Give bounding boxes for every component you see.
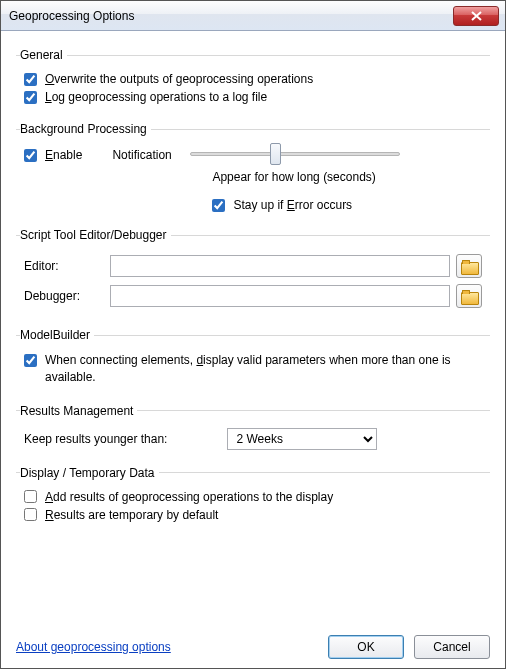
temp-results-label[interactable]: Results are temporary by default [24,508,218,522]
about-link[interactable]: About geoprocessing options [16,640,171,654]
notification-slider[interactable] [190,144,400,164]
enable-text: Enable [45,148,82,162]
group-script-tool: Script Tool Editor/Debugger Editor: Debu… [16,228,490,320]
stay-error-label[interactable]: Stay up if Error occurs [212,198,482,212]
legend-model: ModelBuilder [20,328,94,342]
temp-results-text: Results are temporary by default [45,508,218,522]
model-connect-checkbox[interactable] [24,354,37,367]
overwrite-checkbox-label[interactable]: Overwrite the outputs of geoprocessing o… [24,72,313,86]
log-checkbox-label[interactable]: Log geoprocessing operations to a log fi… [24,90,267,104]
model-connect-text: When connecting elements, display valid … [45,352,465,386]
keep-results-select[interactable]: 2 Weeks [227,428,377,450]
stay-error-text: Stay up if Error occurs [233,198,352,212]
window-title: Geoprocessing Options [9,9,453,23]
titlebar: Geoprocessing Options [1,1,505,31]
group-results-management: Results Management Keep results younger … [16,404,490,458]
editor-browse-button[interactable] [456,254,482,278]
group-general: General Overwrite the outputs of geoproc… [16,48,490,114]
add-results-text: Add results of geoprocessing operations … [45,490,333,504]
model-connect-label[interactable]: When connecting elements, display valid … [24,352,465,386]
debugger-browse-button[interactable] [456,284,482,308]
keep-results-label: Keep results younger than: [24,432,167,446]
add-results-checkbox[interactable] [24,490,37,503]
cancel-button[interactable]: Cancel [414,635,490,659]
legend-general: General [20,48,67,62]
overwrite-checkbox[interactable] [24,73,37,86]
stay-error-checkbox[interactable] [212,199,225,212]
ok-button[interactable]: OK [328,635,404,659]
dialog-footer: About geoprocessing options OK Cancel [16,627,490,659]
notification-label: Notification [112,148,171,162]
legend-bg: Background Processing [20,122,151,136]
close-button[interactable] [453,6,499,26]
group-background-processing: Background Processing Enable Notificatio… [16,122,490,220]
add-results-label[interactable]: Add results of geoprocessing operations … [24,490,333,504]
group-display-temp: Display / Temporary Data Add results of … [16,466,490,532]
folder-icon [461,290,477,303]
enable-checkbox-label[interactable]: Enable [24,148,82,162]
group-modelbuilder: ModelBuilder When connecting elements, d… [16,328,490,396]
log-checkbox[interactable] [24,91,37,104]
legend-script: Script Tool Editor/Debugger [20,228,171,242]
folder-icon [461,260,477,273]
debugger-label: Debugger: [24,289,104,303]
dialog-content: General Overwrite the outputs of geoproc… [1,31,505,668]
log-text: Log geoprocessing operations to a log fi… [45,90,267,104]
overwrite-text: Overwrite the outputs of geoprocessing o… [45,72,313,86]
close-icon [471,11,482,21]
editor-input[interactable] [110,255,450,277]
legend-results: Results Management [20,404,137,418]
temp-results-checkbox[interactable] [24,508,37,521]
appear-caption: Appear for how long (seconds) [212,170,482,184]
debugger-input[interactable] [110,285,450,307]
editor-label: Editor: [24,259,104,273]
legend-display: Display / Temporary Data [20,466,159,480]
enable-checkbox[interactable] [24,149,37,162]
